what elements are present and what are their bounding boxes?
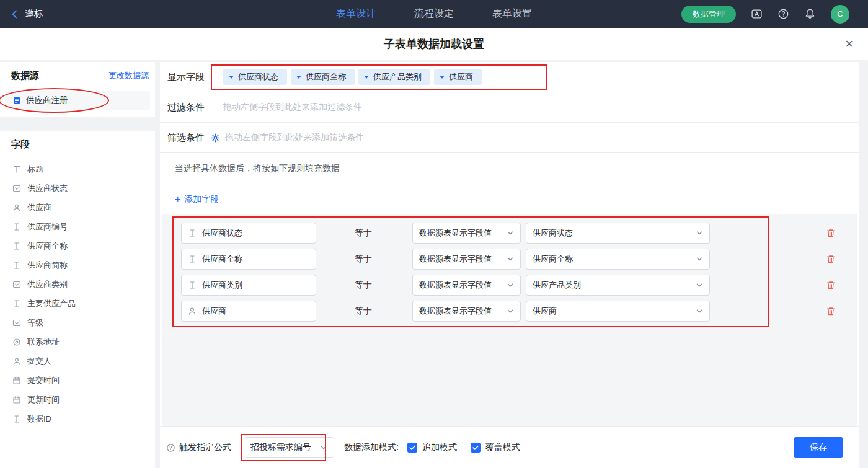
field-label: 供应商编号: [27, 221, 68, 232]
field-label: 供应商全称: [27, 241, 68, 252]
rule-row: 供应商 等于 数据源表显示字段值 供应商: [181, 301, 857, 322]
delete-rule-icon[interactable]: [826, 254, 836, 264]
field-label: 标题: [27, 164, 43, 175]
rule-value-select[interactable]: 供应产品类别: [526, 275, 710, 296]
close-icon[interactable]: ×: [845, 35, 853, 53]
field-item-submitter[interactable]: 提交人: [0, 351, 155, 371]
help-icon[interactable]: [777, 8, 789, 20]
datasource-panel: 数据源 更改数据源 供应商注册: [0, 62, 155, 117]
rule-source-select[interactable]: 数据源表显示字段值: [412, 301, 521, 322]
user-icon: [12, 203, 21, 212]
rule-source-value: 数据源表显示字段值: [419, 306, 492, 317]
delete-rule-icon[interactable]: [826, 306, 836, 316]
rule-field-label: 供应商状态: [202, 227, 242, 239]
chevron-down-icon: [507, 255, 514, 263]
data-manage-button[interactable]: 数据管理: [681, 6, 736, 23]
screen-placeholder: 拖动左侧字段到此处来添加筛选条件: [225, 132, 364, 143]
field-item-supplier-no[interactable]: 供应商编号: [0, 217, 155, 236]
plus-icon: +: [175, 194, 180, 205]
field-label: 更新时间: [27, 394, 60, 405]
text-field-icon: [12, 223, 21, 231]
text-field-icon: [12, 415, 21, 423]
rule-source-value: 数据源表显示字段值: [419, 254, 492, 265]
field-item-main-products[interactable]: 主要供应产品: [0, 294, 155, 313]
rule-source-select[interactable]: 数据源表显示字段值: [412, 249, 521, 270]
formula-select[interactable]: 招投标需求编号: [244, 437, 334, 458]
rule-source-select[interactable]: 数据源表显示字段值: [412, 223, 521, 244]
screen-label: 筛选条件: [167, 132, 205, 144]
display-fields-section: 显示字段 供应商状态 供应商全称 供应产品类别 供应商: [160, 62, 859, 92]
field-label: 供应商简称: [27, 260, 68, 271]
back-nav[interactable]: 邀标: [0, 8, 43, 20]
rule-field-box[interactable]: 供应商状态: [181, 223, 316, 244]
help-circle-icon: [166, 443, 175, 453]
field-item-title[interactable]: 标题: [0, 159, 155, 179]
overwrite-mode-label: 覆盖模式: [485, 442, 520, 453]
modal-header: 子表单数据加载设置 ×: [0, 28, 868, 60]
mode-label: 数据添加模式:: [344, 442, 399, 453]
formula-label: 触发指定公式: [179, 442, 231, 453]
display-field-tag[interactable]: 供应商: [434, 69, 482, 85]
rule-value-select[interactable]: 供应商状态: [526, 223, 710, 244]
field-item-update-time[interactable]: 更新时间: [0, 390, 155, 409]
rule-operator: 等于: [355, 254, 373, 265]
back-icon[interactable]: [10, 9, 20, 19]
avatar[interactable]: C: [831, 5, 849, 24]
field-item-supplier[interactable]: 供应商: [0, 198, 155, 217]
translate-icon[interactable]: [751, 8, 763, 20]
caret-down-icon: [229, 76, 234, 79]
text-field-icon: [188, 255, 197, 263]
delete-rule-icon[interactable]: [826, 280, 836, 290]
field-item-supplier-status[interactable]: 供应商状态: [0, 179, 155, 198]
text-field-icon: [12, 261, 21, 270]
datasource-item[interactable]: 供应商注册: [5, 91, 150, 110]
field-item-submit-time[interactable]: 提交时间: [0, 371, 155, 390]
rule-row: 供应商状态 等于 数据源表显示字段值 供应商状态: [181, 223, 857, 244]
chevron-down-icon: [696, 307, 703, 315]
chevron-down-icon: [507, 281, 514, 289]
change-datasource-link[interactable]: 更改数据源: [108, 70, 149, 81]
select-field-icon: [12, 184, 21, 193]
rules-section: 当选择具体数据后，将按如下规则填充数据 + 添加字段 供应商状态 等于 数据源表…: [160, 153, 859, 427]
title-field-icon: [12, 165, 21, 174]
screen-section[interactable]: 筛选条件 拖动左侧字段到此处来添加筛选条件: [160, 123, 859, 153]
tag-label: 供应产品类别: [373, 71, 422, 82]
display-field-tag[interactable]: 供应商状态: [223, 69, 287, 85]
rule-field-box[interactable]: 供应商全称: [181, 249, 316, 270]
rules-hint: 当选择具体数据后，将按如下规则填充数据: [160, 153, 859, 183]
rule-source-select[interactable]: 数据源表显示字段值: [412, 275, 521, 296]
chevron-down-icon: [696, 281, 703, 289]
checkbox-checked-icon[interactable]: [407, 443, 417, 453]
delete-rule-icon[interactable]: [826, 228, 836, 238]
bell-icon[interactable]: [804, 8, 816, 20]
field-item-supplier-fullname[interactable]: 供应商全称: [0, 236, 155, 255]
append-mode-checkbox[interactable]: 追加模式: [407, 442, 457, 453]
rule-value: 供应商状态: [533, 227, 573, 239]
filter-section[interactable]: 过滤条件 拖动左侧字段到此处来添加过滤条件: [160, 92, 859, 123]
rule-field-box[interactable]: 供应商: [181, 301, 316, 322]
rule-value-select[interactable]: 供应商: [526, 301, 710, 322]
page-name: 邀标: [25, 8, 43, 20]
tab-form-design[interactable]: 表单设计: [336, 7, 376, 20]
display-field-tag[interactable]: 供应产品类别: [358, 69, 430, 85]
gear-icon[interactable]: [211, 133, 220, 143]
field-item-data-id[interactable]: 数据ID: [0, 409, 155, 428]
add-field-button[interactable]: + 添加字段: [175, 194, 219, 205]
caret-down-icon: [364, 76, 369, 79]
chevron-down-icon: [507, 229, 514, 237]
display-field-tag[interactable]: 供应商全称: [291, 69, 355, 85]
save-button[interactable]: 保存: [794, 437, 843, 458]
field-item-supplier-category[interactable]: 供应商类别: [0, 275, 155, 294]
checkbox-checked-icon[interactable]: [471, 443, 480, 453]
fields-list: 标题 供应商状态 供应商 供应商编号 供应商全称 供应商简称 供应商类别 主要: [0, 158, 155, 428]
field-item-contact-address[interactable]: 联系地址: [0, 332, 155, 351]
field-item-grade[interactable]: 等级: [0, 313, 155, 332]
display-field-tags: 供应商状态 供应商全称 供应产品类别 供应商: [223, 69, 482, 85]
rule-field-box[interactable]: 供应商类别: [181, 275, 316, 296]
fields-title: 字段: [11, 139, 30, 151]
rule-value-select[interactable]: 供应商全称: [526, 249, 710, 270]
overwrite-mode-checkbox[interactable]: 覆盖模式: [471, 442, 520, 453]
tab-form-settings[interactable]: 表单设置: [492, 7, 532, 20]
tab-process-setting[interactable]: 流程设定: [414, 7, 454, 20]
field-item-supplier-shortname[interactable]: 供应商简称: [0, 255, 155, 275]
